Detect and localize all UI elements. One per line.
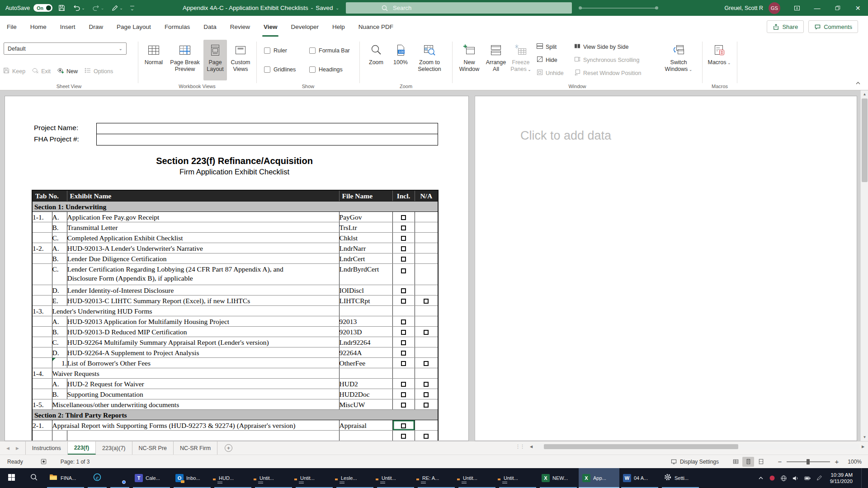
vertical-scrollbar[interactable]: ▲ ▼ <box>860 90 868 441</box>
custom-views-button[interactable]: Custom Views <box>227 40 254 80</box>
view-side-by-side-button[interactable]: View Side by Side <box>574 42 642 51</box>
page-layout-button[interactable]: Page Layout <box>203 40 227 80</box>
sheet-view-select[interactable]: Default ⌄ <box>4 42 127 55</box>
horizontal-scrollbar[interactable]: ◀ ▶ <box>528 443 867 450</box>
project-name-field[interactable] <box>97 123 438 134</box>
ribbon-tab-insert[interactable]: Insert <box>53 16 82 38</box>
new-window-button[interactable]: New Window <box>455 40 483 80</box>
incl-checkbox[interactable] <box>401 392 406 397</box>
gridlines-checkbox[interactable]: Gridlines <box>264 64 309 75</box>
page-2[interactable]: Click to add data <box>475 96 857 441</box>
display-settings-button[interactable]: Display Settings <box>670 458 719 465</box>
touch-mode-button[interactable]: ⌄ <box>109 4 125 13</box>
user-name[interactable]: Greuel, Scott R <box>725 5 763 11</box>
taskbar-clock[interactable]: 10:39 AM 9/11/2020 <box>830 472 853 484</box>
ribbon-tab-formulas[interactable]: Formulas <box>158 16 197 38</box>
ribbon-tab-home[interactable]: Home <box>24 16 53 38</box>
keep-sheet-view-button[interactable]: Keep <box>3 67 25 75</box>
close-button[interactable]: ✕ <box>848 0 868 16</box>
taskbar-app-04-a[interactable]: W04 A... <box>619 468 660 488</box>
cell-incl[interactable] <box>392 285 415 295</box>
taskbar-app-inbo[interactable]: OInbo... <box>172 468 212 488</box>
cell-incl[interactable] <box>392 243 415 253</box>
incl-checkbox[interactable] <box>401 340 406 345</box>
cell-na[interactable] <box>415 399 438 409</box>
scroll-down-arrow[interactable]: ▼ <box>861 433 868 441</box>
zoom-slider-thumb[interactable] <box>807 459 810 465</box>
cell-incl[interactable] <box>392 316 415 326</box>
switch-windows-button[interactable]: Switch Windows ⌄ <box>664 40 693 80</box>
normal-button[interactable]: Normal <box>141 40 166 80</box>
search-input[interactable]: Search <box>346 2 572 14</box>
cell-na[interactable] <box>415 326 438 337</box>
cell-incl[interactable] <box>392 222 415 232</box>
ribbon-tab-help[interactable]: Help <box>326 16 352 38</box>
cell-na[interactable] <box>415 305 438 316</box>
taskbar-app-hud[interactable]: HUD... <box>212 468 253 488</box>
taskbar-taskbar-search[interactable] <box>23 468 45 488</box>
reset-window-position-button[interactable]: Reset Window Position <box>574 69 642 77</box>
hide-button[interactable]: Hide <box>536 56 564 64</box>
sheet-tab-223-f[interactable]: 223(f) <box>68 441 96 455</box>
ribbon-display-options-button[interactable] <box>787 0 807 16</box>
synchronous-scrolling-button[interactable]: Synchronous Scrolling <box>574 56 642 64</box>
tab-split-grip[interactable]: ⋮⋮ <box>515 444 524 450</box>
incl-checkbox[interactable] <box>401 403 406 408</box>
cell-na[interactable] <box>415 222 438 232</box>
100-button[interactable]: 100100% <box>389 40 412 80</box>
cell-incl[interactable] <box>392 337 415 347</box>
horizontal-scroll-thumb[interactable] <box>544 444 738 449</box>
incl-checkbox[interactable] <box>401 361 406 366</box>
scroll-right-arrow[interactable]: ▶ <box>859 445 867 449</box>
sheet-tab-nc-sr-firm[interactable]: NC-SR Firm <box>174 441 217 455</box>
cell-na[interactable] <box>415 430 438 441</box>
sheet-nav-right-arrow[interactable]: ▶ <box>16 446 19 450</box>
customize-quick-access-button[interactable]: ⌄ <box>128 5 136 11</box>
scroll-up-arrow[interactable]: ▲ <box>861 90 868 98</box>
status-page-layout-view-button[interactable] <box>742 457 754 467</box>
sheet-nav-left-arrow[interactable]: ◀ <box>6 446 9 450</box>
tray-pen-icon[interactable] <box>816 475 822 481</box>
click-to-add-data-placeholder[interactable]: Click to add data <box>520 129 611 143</box>
redo-button[interactable]: ⌄ <box>90 3 106 13</box>
macro-record-button[interactable] <box>40 458 47 465</box>
zoom-level[interactable]: 100% <box>844 459 862 465</box>
cell-na[interactable] <box>415 389 438 399</box>
headings-checkbox[interactable]: Headings <box>309 64 363 75</box>
page-1[interactable]: Project Name: FHA Project #: Section 223… <box>5 96 469 441</box>
tray-battery-icon[interactable] <box>804 475 811 482</box>
cell-na[interactable] <box>415 263 438 285</box>
ribbon-tab-view[interactable]: View <box>257 16 284 38</box>
share-button[interactable]: Share <box>767 20 804 33</box>
incl-checkbox[interactable] <box>401 351 406 356</box>
ribbon-tab-draw[interactable]: Draw <box>82 16 110 38</box>
taskbar-app-lesle[interactable]: Lesle... <box>335 468 375 488</box>
taskbar-app-fina[interactable]: FINA... <box>45 468 86 488</box>
cell-na[interactable] <box>415 337 438 347</box>
cell-incl[interactable] <box>392 263 415 285</box>
arrange-all-button[interactable]: Arrange All <box>483 40 509 80</box>
ribbon-tab-nuance-pdf[interactable]: Nuance PDF <box>352 16 400 38</box>
na-checkbox[interactable] <box>424 392 429 397</box>
tray-network-icon[interactable] <box>780 475 787 482</box>
incl-checkbox[interactable] <box>401 236 406 241</box>
taskbar-app-app[interactable]: XApp... <box>579 468 619 488</box>
cell-incl[interactable] <box>392 305 415 316</box>
new-sheet-view-button[interactable]: New <box>57 67 78 75</box>
cell-na[interactable] <box>415 243 438 253</box>
ribbon-tab-data[interactable]: Data <box>197 16 223 38</box>
incl-checkbox[interactable] <box>401 288 406 293</box>
cell-incl[interactable] <box>392 211 415 222</box>
na-checkbox[interactable] <box>424 434 429 439</box>
incl-checkbox[interactable] <box>401 268 406 273</box>
taskbar-app-cale[interactable]: TCale... <box>131 468 172 488</box>
incl-checkbox[interactable] <box>401 299 406 304</box>
comments-button[interactable]: Comments <box>808 20 858 33</box>
taskbar-app-untit[interactable]: Untit... <box>253 468 294 488</box>
cell-incl[interactable] <box>392 430 415 441</box>
incl-checkbox[interactable] <box>401 423 406 428</box>
cell-na[interactable] <box>415 285 438 295</box>
tray-volume-icon[interactable] <box>792 475 799 482</box>
split-button[interactable]: Split <box>536 42 564 51</box>
cell-na[interactable] <box>415 347 438 357</box>
